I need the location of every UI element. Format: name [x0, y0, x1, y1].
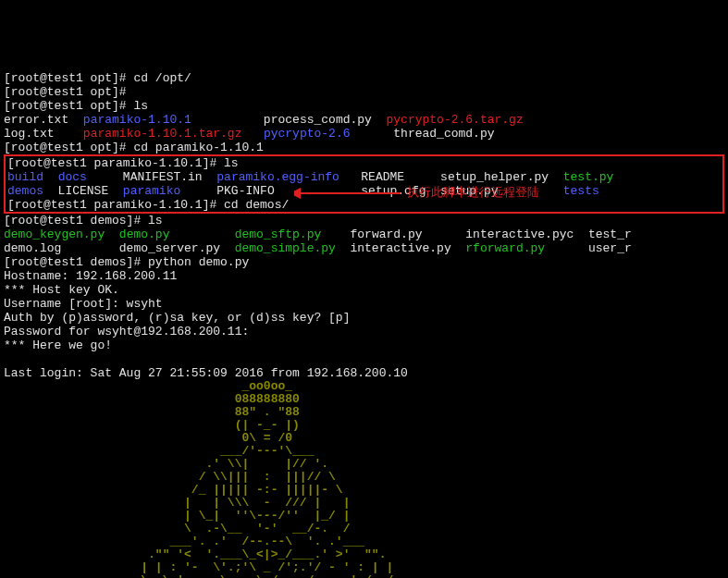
prompt: [root@test1 demos]# — [4, 255, 148, 269]
exec: demo_keygen.py — [4, 228, 105, 241]
output-line: *** Here we go! — [4, 338, 112, 352]
file: MANIFEST.in — [87, 170, 216, 184]
dir: paramiko-1.10.1 — [83, 113, 191, 127]
cmd-text: ls — [224, 156, 239, 170]
file: log.txt — [4, 127, 83, 141]
file: demo.log demo_server.py — [4, 241, 235, 255]
output-line: Last login: Sat Aug 27 21:55:09 2016 fro… — [4, 366, 408, 380]
output-line: Password for wsyht@192.168.200.11: — [4, 325, 256, 338]
cmd-text: ls — [133, 99, 148, 113]
file: forward.py interactive.pyc test_r — [321, 228, 631, 241]
cmd-text: cd /opt/ — [133, 71, 191, 85]
output-line: Auth by (p)assword, (r)sa key, or (d)ss … — [4, 311, 357, 325]
dir: build — [7, 170, 43, 184]
output-line: Hostname: 192.168.200.11 — [4, 269, 177, 283]
archive: paramiko-1.10.1.tar.gz — [83, 127, 242, 141]
exec: test.py — [563, 170, 614, 184]
prompt: [root@test1 opt]# — [4, 141, 133, 154]
prompt: [root@test1 paramiko-1.10.1]# — [7, 198, 224, 212]
file: README setup_helper.py — [339, 170, 563, 184]
file: process_comd.py — [191, 113, 387, 127]
file: LICENSE — [43, 184, 123, 198]
dir: paramiko.egg-info — [216, 170, 339, 184]
prompt: [root@test1 opt]# — [4, 85, 133, 99]
prompt: [root@test1 demos]# — [4, 214, 148, 228]
dir: pycrypto-2.6 — [264, 127, 351, 141]
annotation-text: 执行此脚本进行远程登陆 — [407, 185, 539, 199]
exec: rforward.py — [465, 241, 545, 255]
dir: paramiko — [123, 184, 180, 198]
file: error.txt — [4, 113, 83, 127]
archive: pycrypto-2.6.tar.gz — [387, 113, 524, 127]
prompt: [root@test1 paramiko-1.10.1]# — [7, 156, 224, 170]
file: thread_comd.py — [351, 127, 495, 141]
dir: tests — [563, 184, 599, 198]
prompt: [root@test1 opt]# — [4, 99, 133, 113]
terminal-output[interactable]: [root@test1 opt]# cd /opt/ [root@test1 o… — [0, 55, 728, 578]
output-line: Username [root]: wsyht — [4, 297, 163, 311]
dir: docs — [58, 170, 87, 184]
ascii-art: _oo0oo_ 088888880 88" . "88 (| -_- |) 0\… — [4, 380, 724, 578]
output-line: *** Host key OK. — [4, 283, 119, 297]
file: interactive.py — [336, 241, 465, 255]
prompt: [root@test1 opt]# — [4, 71, 133, 85]
cmd-text: python demo.py — [148, 255, 249, 269]
file: user_r — [545, 241, 632, 255]
exec: demo_sftp.py — [235, 228, 322, 241]
cmd-text: cd demos/ — [224, 198, 289, 212]
cmd-text: ls — [148, 214, 163, 228]
dir: demos — [7, 184, 43, 198]
cmd-text: cd paramiko-1.10.1 — [133, 141, 263, 154]
highlight-frame: [root@test1 paramiko-1.10.1]# ls build d… — [4, 154, 724, 214]
exec: demo_simple.py — [235, 241, 336, 255]
exec: demo.py — [119, 228, 170, 241]
